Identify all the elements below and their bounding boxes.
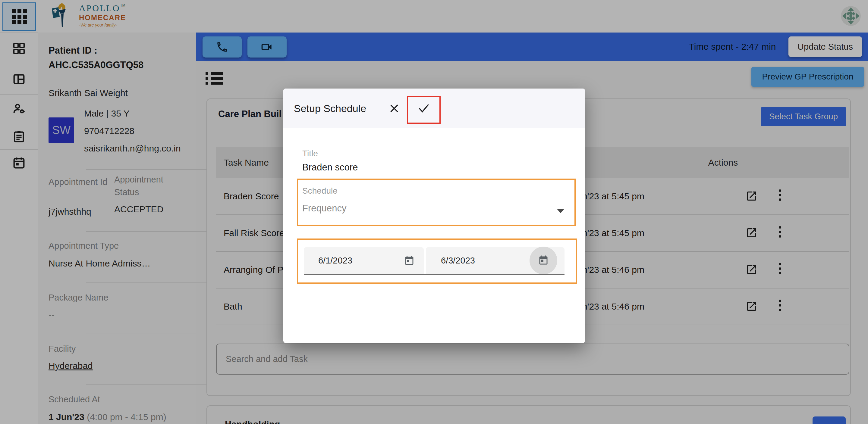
annotation-box-dates xyxy=(297,238,577,284)
title-field-label: Title xyxy=(302,149,318,158)
modal-header: Setup Schedule xyxy=(283,89,585,128)
setup-schedule-modal: Setup Schedule Title Braden score Schedu… xyxy=(283,89,585,343)
close-icon[interactable] xyxy=(389,103,400,115)
annotation-box-confirm xyxy=(407,96,441,124)
annotation-box-schedule xyxy=(297,178,576,226)
modal-title: Setup Schedule xyxy=(294,89,366,128)
title-field-value: Braden score xyxy=(302,162,358,173)
app-root: APOLLOTM HOMECARE -We are your family- xyxy=(0,0,868,424)
